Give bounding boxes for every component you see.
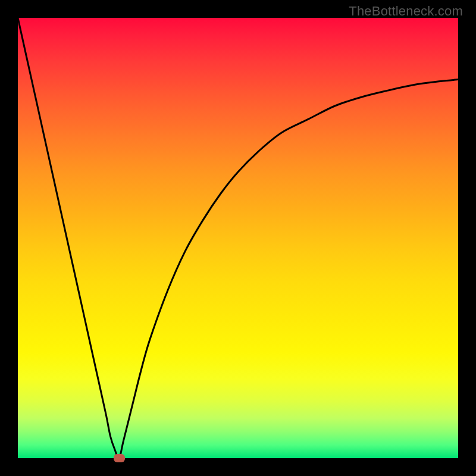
- plot-area: [18, 18, 458, 458]
- curve-layer: [18, 18, 458, 458]
- chart-frame: TheBottleneck.com: [0, 0, 476, 476]
- watermark: TheBottleneck.com: [349, 4, 463, 19]
- minimum-marker: [114, 454, 125, 462]
- bottleneck-curve: [18, 18, 458, 458]
